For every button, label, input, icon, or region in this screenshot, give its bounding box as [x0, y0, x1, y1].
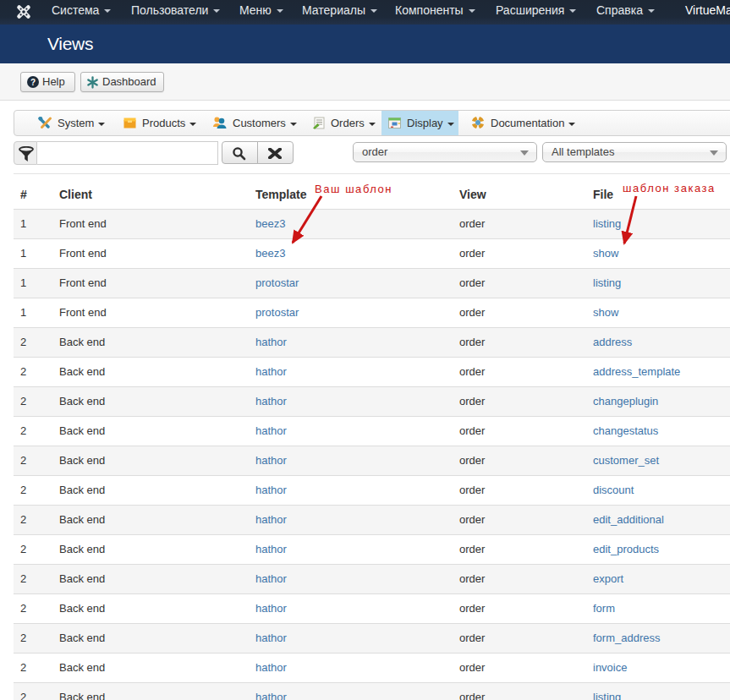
svg-text:?: ? — [30, 78, 36, 87]
